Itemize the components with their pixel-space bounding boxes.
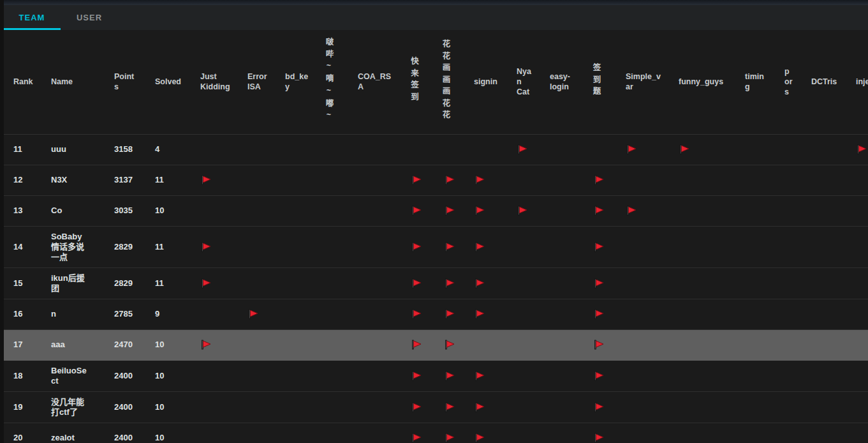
name-cell[interactable]: 没几年能打ctf了 — [38, 391, 101, 423]
solved-cell: 10 — [142, 329, 187, 360]
flag-cell — [580, 360, 612, 391]
flag-cell — [536, 360, 580, 391]
flag-cell — [397, 267, 430, 299]
red-flag-icon — [411, 278, 422, 289]
flag-cell — [732, 226, 771, 267]
flag-cell — [344, 423, 397, 443]
points-cell: 2470 — [101, 329, 142, 360]
flag-cell — [272, 329, 313, 360]
rank-cell: 18 — [0, 360, 38, 391]
flag-cell — [798, 299, 842, 329]
window-left-edge — [0, 0, 4, 443]
scoreboard-table-container: RankNamePointsSolvedJust KiddingError IS… — [0, 30, 868, 443]
red-flag-icon — [474, 309, 485, 319]
name-cell[interactable]: aaa — [38, 329, 101, 360]
flag-cell — [580, 391, 612, 423]
flag-cell — [536, 226, 580, 267]
flag-cell — [503, 226, 536, 267]
flag-cell — [771, 165, 798, 195]
name-cell[interactable]: Co — [38, 195, 101, 226]
flag-cell — [798, 360, 842, 391]
flag-cell — [665, 360, 732, 391]
flag-cell — [187, 267, 234, 299]
flag-cell — [187, 226, 234, 267]
points-cell: 2829 — [101, 226, 142, 267]
flag-cell — [665, 195, 732, 226]
flag-cell — [771, 195, 798, 226]
challenge-label: 啵哔~嘀~嘟~ — [324, 38, 334, 123]
challenge-label: 快来签到 — [409, 57, 419, 104]
red-flag-icon — [474, 402, 485, 412]
flag-cell — [665, 391, 732, 423]
team-row: 12N3X313711 — [0, 165, 868, 195]
name-cell[interactable]: BeiluoSect — [38, 360, 101, 391]
rank-cell: 12 — [0, 165, 38, 195]
flag-cell — [732, 423, 771, 443]
tab-user[interactable]: USER — [61, 5, 118, 30]
flag-cell — [187, 134, 234, 165]
red-flag-icon — [444, 433, 455, 443]
solved-cell: 4 — [142, 134, 187, 165]
flag-cell — [430, 165, 460, 195]
column-header-challenge: signin — [460, 30, 503, 134]
flag-cell — [580, 226, 612, 267]
column-header-challenge: pors — [771, 30, 798, 134]
flag-cell — [460, 299, 503, 329]
column-header-challenge: COA_RSA — [344, 30, 397, 134]
rank-cell: 17 — [0, 329, 38, 360]
flag-cell — [536, 267, 580, 299]
flag-cell — [665, 226, 732, 267]
flag-cell — [503, 391, 536, 423]
flag-cell — [580, 423, 612, 443]
flag-cell — [460, 423, 503, 443]
flag-cell — [313, 267, 344, 299]
flag-cell — [842, 299, 868, 329]
flag-cell — [503, 134, 536, 165]
flag-cell — [187, 423, 234, 443]
red-flag-icon — [593, 175, 605, 185]
rank-cell: 11 — [0, 134, 38, 165]
flag-cell — [460, 165, 503, 195]
flag-cell — [536, 391, 580, 423]
flag-cell — [612, 195, 665, 226]
flag-cell — [771, 329, 798, 360]
flag-cell — [430, 134, 460, 165]
flag-cell — [798, 195, 842, 226]
red-flag-icon — [593, 278, 605, 289]
column-header-challenge: inje — [842, 30, 868, 134]
flag-cell — [665, 267, 732, 299]
flag-cell — [344, 360, 397, 391]
tab-team[interactable]: TEAM — [3, 5, 61, 30]
red-flag-icon — [593, 402, 605, 412]
flag-cell — [313, 423, 344, 443]
red-flag-icon — [200, 278, 212, 289]
points-cell: 3158 — [101, 134, 142, 165]
name-cell[interactable]: N3X — [38, 165, 101, 195]
points-cell: 3035 — [101, 195, 142, 226]
name-cell[interactable]: uuu — [38, 134, 101, 165]
flag-cell — [460, 134, 503, 165]
column-header-challenge: timing — [732, 30, 771, 134]
flag-cell — [612, 267, 665, 299]
flag-cell — [397, 299, 430, 329]
flag-cell — [798, 267, 842, 299]
flag-cell — [580, 165, 612, 195]
name-cell[interactable]: zealot — [38, 423, 101, 443]
red-flag-icon — [474, 278, 485, 289]
flag-cell — [536, 299, 580, 329]
flag-cell — [665, 329, 732, 360]
red-flag-icon — [593, 242, 605, 252]
name-cell[interactable]: n — [38, 299, 101, 329]
solved-cell: 10 — [142, 423, 187, 443]
flag-cell — [503, 360, 536, 391]
flag-cell — [272, 267, 313, 299]
flag-cell — [313, 391, 344, 423]
flag-cell — [272, 360, 313, 391]
flag-cell — [771, 423, 798, 443]
flag-cell — [187, 391, 234, 423]
red-flag-icon — [593, 206, 605, 216]
name-cell[interactable]: ikun后援团 — [38, 267, 101, 299]
flag-cell — [430, 267, 460, 299]
name-cell[interactable]: SoBaby情话多说一点 — [38, 226, 101, 267]
flag-cell — [397, 226, 430, 267]
